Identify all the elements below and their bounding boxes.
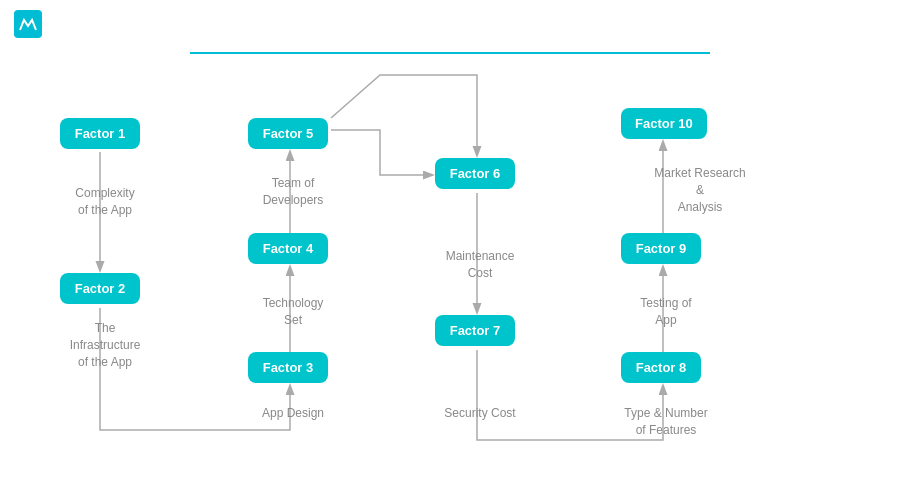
factor-box-f7: Factor 7 <box>435 315 515 346</box>
factor-box-f10: Factor 10 <box>621 108 707 139</box>
factor-box-f3: Factor 3 <box>248 352 328 383</box>
description-label-6: Security Cost <box>430 405 530 422</box>
logo <box>14 10 46 38</box>
logo-icon <box>14 10 42 38</box>
description-label-4: Team of Developers <box>243 175 343 209</box>
description-label-3: Technology Set <box>243 295 343 329</box>
factor-box-f2: Factor 2 <box>60 273 140 304</box>
description-label-7: Type & Number of Features <box>616 405 716 439</box>
factor-box-f6: Factor 6 <box>435 158 515 189</box>
description-label-9: Market Research & Analysis <box>650 165 750 215</box>
description-label-1: The Infrastructure of the App <box>55 320 155 370</box>
factor-box-f8: Factor 8 <box>621 352 701 383</box>
description-label-8: Testing of App <box>616 295 716 329</box>
description-label-0: Complexity of the App <box>55 185 155 219</box>
description-label-2: App Design <box>243 405 343 422</box>
title-underline <box>190 52 710 54</box>
description-label-5: Maintenance Cost <box>430 248 530 282</box>
factor-box-f9: Factor 9 <box>621 233 701 264</box>
svg-rect-0 <box>14 10 42 38</box>
factor-box-f1: Factor 1 <box>60 118 140 149</box>
factor-box-f5: Factor 5 <box>248 118 328 149</box>
factor-box-f4: Factor 4 <box>248 233 328 264</box>
